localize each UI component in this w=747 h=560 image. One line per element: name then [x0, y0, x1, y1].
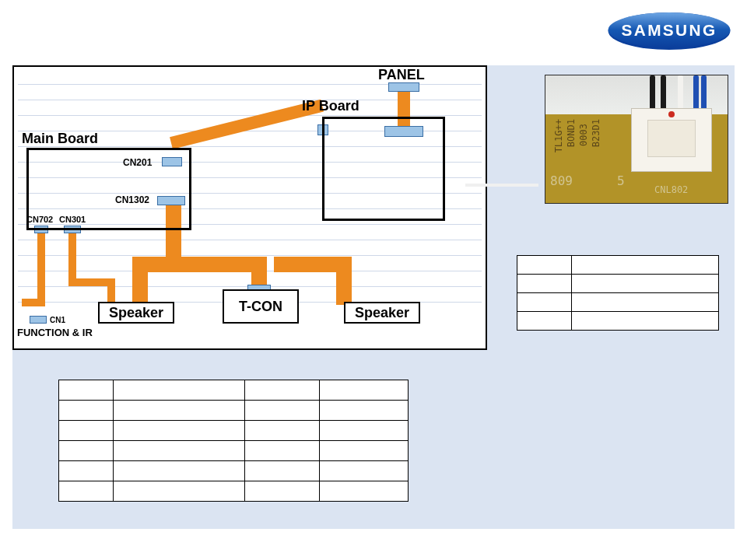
- table-cell: [320, 401, 409, 421]
- cn201-label: CN201: [123, 157, 152, 168]
- table-cell: [59, 401, 114, 421]
- table-cell: [517, 293, 572, 312]
- silk-line2: BOND1: [566, 119, 577, 147]
- pcb-num-809: 809: [550, 173, 573, 188]
- cn1302-label: CN1302: [115, 194, 149, 205]
- table-cell: [320, 421, 409, 441]
- table-cell: [113, 461, 245, 481]
- tcon-box: T-CON: [223, 289, 299, 324]
- samsung-logo: SAMSUNG: [607, 9, 731, 53]
- table-cell: [113, 481, 245, 502]
- silk-line3: 0003: [578, 124, 589, 146]
- table-cell: [517, 275, 572, 293]
- speaker-left-box: Speaker: [98, 302, 174, 324]
- main-board-label: Main Board: [22, 131, 98, 147]
- table-cell: [245, 380, 320, 401]
- pcb-num-5: 5: [617, 173, 625, 188]
- table-cell: [245, 441, 320, 461]
- big-table: [58, 380, 409, 502]
- table-cell: [572, 293, 719, 312]
- table-cell: [245, 461, 320, 481]
- tab-cn1: [30, 316, 47, 324]
- table-cell: [320, 380, 409, 401]
- table-cell: [245, 401, 320, 421]
- ip-board-label: IP Board: [302, 98, 359, 114]
- cnl-label: CNL802: [654, 184, 688, 195]
- table-cell: [572, 275, 719, 293]
- speaker-right-label: Speaker: [355, 305, 409, 321]
- table-cell: [113, 421, 245, 441]
- speaker-right-box: Speaker: [344, 302, 420, 324]
- table-cell: [113, 401, 245, 421]
- table-cell: [572, 312, 719, 331]
- cn301-label: CN301: [59, 215, 86, 224]
- table-cell: [320, 461, 409, 481]
- table-cell: [572, 256, 719, 275]
- table-cell: [320, 441, 409, 461]
- table-cell: [59, 380, 114, 401]
- svg-text:SAMSUNG: SAMSUNG: [621, 21, 717, 39]
- silk-line1: TL1G++: [553, 119, 564, 152]
- table-cell: [245, 421, 320, 441]
- silk-line4: B23D1: [591, 119, 601, 147]
- table-cell: [245, 481, 320, 502]
- table-cell: [59, 441, 114, 461]
- wiring-diagram: Speaker Speaker T-CON PANEL IP Board Mai…: [12, 65, 487, 350]
- table-cell: [59, 421, 114, 441]
- callout-line: [465, 184, 538, 187]
- small-table: [517, 255, 719, 331]
- table-cell: [113, 380, 245, 401]
- cn1-label: CN1: [50, 316, 65, 324]
- table-cell: [517, 256, 572, 275]
- function-ir-label: FUNCTION & IR: [17, 327, 93, 338]
- table-cell: [113, 441, 245, 461]
- panel-label: PANEL: [378, 67, 425, 83]
- cn702-label: CN702: [26, 215, 53, 224]
- tcon-label: T-CON: [239, 299, 282, 315]
- table-cell: [320, 481, 409, 502]
- ip-board-box: [322, 117, 445, 221]
- table-cell: [59, 461, 114, 481]
- tab-panel-top: [388, 82, 419, 92]
- table-cell: [517, 312, 572, 331]
- speaker-left-label: Speaker: [109, 305, 163, 321]
- table-cell: [59, 481, 114, 502]
- connector-photo: TL1G++ BOND1 0003 B23D1 809 5 CNL802: [545, 75, 728, 204]
